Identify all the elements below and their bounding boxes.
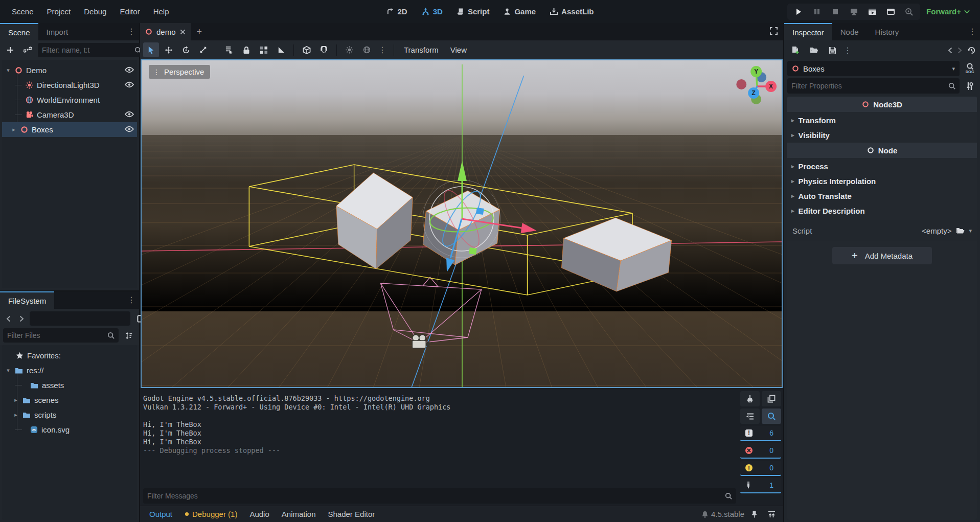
perspective-menu[interactable]: ⋮ Perspective [149, 65, 210, 79]
tab-audio[interactable]: Audio [244, 510, 274, 518]
tree-row-demo[interactable]: ▾ Demo [2, 63, 137, 78]
history-back-button[interactable] [3, 311, 13, 326]
category-process[interactable]: ▸Process [787, 159, 977, 174]
switch-2d[interactable]: 2D [381, 5, 413, 18]
output-console[interactable]: Godot Engine v4.5.stable.official.876b29… [140, 390, 736, 485]
switch-3d[interactable]: 3D [417, 5, 448, 18]
tree-row-boxes[interactable]: ▸ Boxes [2, 122, 137, 137]
inspector-tools-button[interactable] [963, 79, 977, 93]
fs-row-assets[interactable]: assets [2, 378, 137, 393]
instance-scene-button[interactable] [20, 43, 35, 57]
category-auto-translate[interactable]: ▸Auto Translate [787, 189, 977, 203]
menu-editor[interactable]: Editor [113, 4, 146, 19]
switch-game[interactable]: Game [498, 5, 541, 18]
filesystem-path-input[interactable] [34, 314, 126, 323]
scene-filter-input[interactable] [42, 46, 134, 54]
play-button[interactable] [790, 5, 807, 19]
history-forward-button[interactable] [16, 311, 27, 326]
expand-icon[interactable]: ▸ [11, 126, 17, 133]
gizmo-xy-plane-handle[interactable] [469, 247, 477, 255]
preview-environment-button[interactable] [359, 42, 375, 57]
dock-menu-icon[interactable]: ⋮ [127, 27, 136, 36]
select-tool-button[interactable] [143, 42, 159, 57]
script-options-chevron[interactable]: ▾ [969, 228, 972, 234]
view-menu[interactable]: View [445, 46, 472, 54]
pin-bottom-panel-button[interactable] [746, 507, 762, 522]
menu-scene[interactable]: Scene [5, 4, 40, 19]
menu-debug[interactable]: Debug [77, 4, 113, 19]
edit-history-icon[interactable] [967, 46, 976, 55]
save-resource-button[interactable] [825, 43, 839, 57]
clear-output-button[interactable] [740, 391, 760, 406]
preview-menu-icon[interactable]: ⋮ [376, 45, 389, 55]
history-back-icon[interactable] [948, 47, 952, 54]
tab-animation[interactable]: Animation [277, 510, 321, 518]
bell-icon[interactable] [702, 511, 708, 518]
collapse-icon[interactable]: ▾ [5, 367, 11, 374]
switch-assetlib[interactable]: AssetLib [545, 5, 599, 18]
copy-output-button[interactable] [762, 391, 781, 406]
tree-row-worldenvironment[interactable]: WorldEnvironment [2, 93, 137, 107]
switch-script[interactable]: Script [452, 5, 495, 18]
visibility-eye-icon[interactable] [125, 81, 134, 89]
tab-scene[interactable]: Scene [0, 23, 38, 40]
scale-tool-button[interactable] [195, 42, 211, 57]
dock-menu-icon[interactable]: ⋮ [968, 27, 977, 36]
fs-row-iconsvg[interactable]: icon.svg [2, 422, 137, 437]
add-metadata-button[interactable]: + Add Metadata [832, 247, 932, 264]
fs-row-favorites[interactable]: Favorites: [2, 348, 137, 363]
open-docs-button[interactable]: DOC [963, 61, 977, 76]
tree-row-camera3d[interactable]: Camera3D [2, 107, 137, 122]
tab-inspector[interactable]: Inspector [784, 23, 832, 40]
message-count-toggle[interactable]: ! 6 [740, 426, 781, 441]
gizmo-xz-plane-handle[interactable] [476, 208, 484, 215]
expand-bottom-panel-button[interactable] [764, 507, 779, 522]
collapse-duplicates-button[interactable] [740, 408, 760, 424]
search-output-button[interactable] [762, 408, 781, 424]
warning-count-toggle[interactable]: ! 0 [740, 461, 781, 476]
visibility-eye-icon[interactable] [125, 125, 134, 134]
preview-sunlight-button[interactable] [341, 42, 357, 57]
filesystem-filter-input[interactable] [7, 331, 107, 339]
script-property-value[interactable]: <empty> [922, 226, 951, 235]
menu-help[interactable]: Help [147, 4, 176, 19]
tab-history[interactable]: History [867, 23, 907, 40]
filter-properties-input[interactable] [791, 82, 948, 90]
tab-debugger[interactable]: Debugger (1) [179, 510, 242, 518]
ruler-button[interactable] [273, 42, 289, 57]
category-physics-interpolation[interactable]: ▸Physics Interpolation [787, 174, 977, 189]
class-header-node[interactable]: Node [787, 143, 977, 158]
class-header-node3d[interactable]: Node3D [787, 97, 977, 112]
error-count-toggle[interactable]: 0 [740, 443, 781, 459]
add-node-button[interactable] [3, 43, 17, 57]
dock-menu-icon[interactable]: ⋮ [127, 295, 136, 305]
viewport-3d[interactable]: Y X Z ⋮ Perspective [141, 59, 783, 388]
local-space-button[interactable] [299, 42, 314, 57]
fs-row-scripts[interactable]: ▸ scripts [2, 407, 137, 422]
tree-row-directionallight3d[interactable]: DirectionalLight3D [2, 78, 137, 93]
snap-button[interactable] [316, 42, 332, 57]
tab-output[interactable]: Output [144, 510, 177, 518]
category-transform[interactable]: ▸Transform [787, 113, 977, 128]
expand-icon[interactable]: ▸ [13, 412, 19, 418]
category-editor-description[interactable]: ▸Editor Description [787, 203, 977, 218]
category-visibility[interactable]: ▸Visibility [787, 128, 977, 143]
history-forward-icon[interactable] [958, 47, 962, 54]
script-load-button[interactable] [951, 227, 969, 234]
expand-icon[interactable]: ▸ [13, 397, 19, 403]
move-tool-button[interactable] [161, 42, 176, 57]
movie-maker-icon[interactable] [901, 5, 917, 19]
distraction-free-icon[interactable] [769, 27, 778, 37]
group-button[interactable] [256, 42, 271, 57]
fs-row-res[interactable]: ▾ res:// [2, 363, 137, 378]
remote-debug-icon[interactable] [846, 5, 862, 19]
resource-menu-icon[interactable]: ⋮ [844, 46, 852, 55]
close-icon[interactable] [180, 29, 186, 35]
new-scene-tab-button[interactable]: + [191, 27, 209, 37]
new-resource-button[interactable] [788, 43, 803, 57]
tab-import[interactable]: Import [38, 23, 77, 40]
renderer-select[interactable]: Forward+ [922, 5, 974, 18]
file-sort-button[interactable] [122, 328, 136, 343]
tab-filesystem[interactable]: FileSystem [0, 291, 54, 309]
play-scene-button[interactable] [864, 5, 880, 19]
